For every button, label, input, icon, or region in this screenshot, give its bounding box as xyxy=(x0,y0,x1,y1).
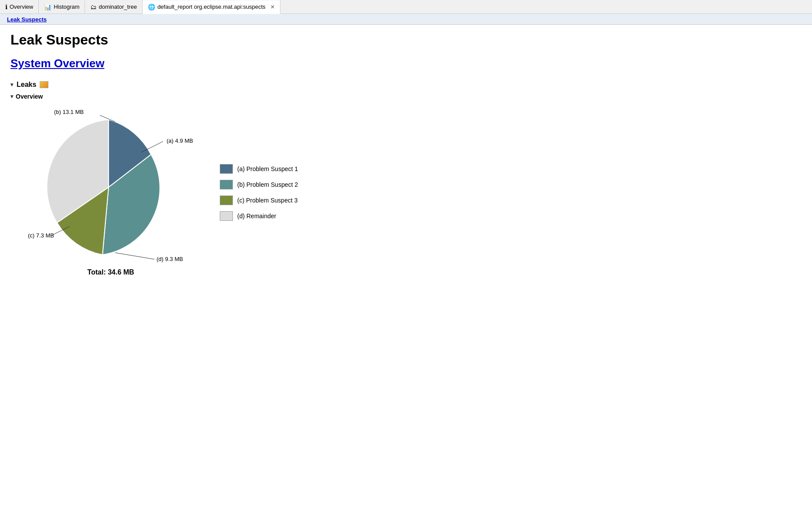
pie-label-c: (c) 7.3 MB xyxy=(28,232,54,239)
overview-collapse-arrow[interactable]: ▾ xyxy=(10,93,13,100)
tab-default-report[interactable]: 🌐 default_report org.eclipse.mat.api:sus… xyxy=(143,0,280,14)
tab-dominator-tree[interactable]: 🗂 dominator_tree xyxy=(85,0,142,14)
legend-label-b: (b) Problem Suspect 2 xyxy=(237,181,298,188)
legend-item-a: (a) Problem Suspect 1 xyxy=(220,164,298,174)
legend-swatch-b xyxy=(220,180,233,189)
legend-item-b: (b) Problem Suspect 2 xyxy=(220,180,298,189)
tab-bar: ℹ Overview 📊 Histogram 🗂 dominator_tree … xyxy=(0,0,812,14)
leaks-section-label: Leaks xyxy=(17,81,36,89)
system-overview-link[interactable]: System Overview xyxy=(10,57,802,70)
legend-swatch-d xyxy=(220,211,233,221)
tab-histogram-label: Histogram xyxy=(54,3,79,10)
chart-container: (a) 4.9 MB (b) 13.1 MB (c) 7.3 MB (d) 9.… xyxy=(19,109,802,276)
overview-section-label: Overview xyxy=(16,93,43,100)
leaks-collapse-arrow[interactable]: ▾ xyxy=(10,82,13,88)
pie-label-d: (d) 9.3 MB xyxy=(157,256,183,262)
legend-swatch-c xyxy=(220,196,233,205)
tab-overview-label: Overview xyxy=(10,3,33,10)
overview-section-header: ▾ Overview xyxy=(10,93,802,100)
legend-item-c: (c) Problem Suspect 3 xyxy=(220,196,298,205)
legend-item-d: (d) Remainder xyxy=(220,211,298,221)
main-content: Leak Suspects System Overview ▾ Leaks ▾ … xyxy=(0,25,812,283)
label-line-d xyxy=(115,253,154,259)
legend-label-d: (d) Remainder xyxy=(237,213,276,220)
breadcrumb-bar: Leak Suspects xyxy=(0,14,812,25)
histogram-icon: 📊 xyxy=(44,3,51,10)
pie-wrapper: (a) 4.9 MB (b) 13.1 MB (c) 7.3 MB (d) 9.… xyxy=(19,109,202,276)
tab-default-report-label: default_report org.eclipse.mat.api:suspe… xyxy=(157,3,266,10)
tab-histogram[interactable]: 📊 Histogram xyxy=(39,0,85,14)
legend-label-c: (c) Problem Suspect 3 xyxy=(237,197,298,204)
pie-label-b: (b) 13.1 MB xyxy=(54,109,84,115)
report-icon: 🌐 xyxy=(148,3,155,10)
legend-swatch-a xyxy=(220,164,233,174)
dominator-icon: 🗂 xyxy=(90,3,96,10)
pie-label-a: (a) 4.9 MB xyxy=(167,137,193,144)
breadcrumb-link[interactable]: Leak Suspects xyxy=(7,16,47,23)
tab-dominator-tree-label: dominator_tree xyxy=(99,3,136,10)
leaks-section-header: ▾ Leaks xyxy=(10,81,802,89)
leaks-icon xyxy=(40,81,48,88)
tab-overview[interactable]: ℹ Overview xyxy=(0,0,39,14)
total-label: Total: 34.6 MB xyxy=(87,268,134,276)
pie-chart: (a) 4.9 MB (b) 13.1 MB (c) 7.3 MB (d) 9.… xyxy=(28,109,194,266)
legend: (a) Problem Suspect 1 (b) Problem Suspec… xyxy=(220,164,298,221)
tab-close-button[interactable]: ✕ xyxy=(270,4,275,10)
page-title: Leak Suspects xyxy=(10,32,802,48)
info-icon: ℹ xyxy=(5,3,7,10)
legend-label-a: (a) Problem Suspect 1 xyxy=(237,165,298,172)
